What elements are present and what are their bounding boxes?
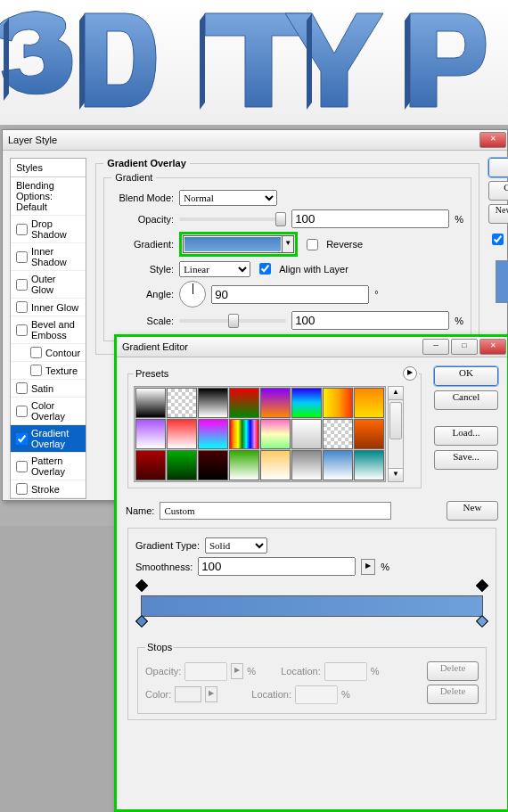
style-item-checkbox[interactable] bbox=[16, 324, 28, 336]
preset-swatch[interactable] bbox=[229, 419, 259, 449]
style-item-bevel-and-emboss[interactable]: Bevel and Emboss bbox=[11, 316, 86, 344]
opacity-input[interactable] bbox=[291, 209, 449, 228]
preset-swatch[interactable] bbox=[291, 419, 322, 449]
style-item-contour[interactable]: Contour bbox=[11, 344, 86, 362]
preset-swatch[interactable] bbox=[135, 419, 166, 449]
preset-swatch[interactable] bbox=[198, 450, 228, 480]
cancel-button[interactable]: Cancel bbox=[488, 181, 508, 201]
ok-button[interactable]: OK bbox=[488, 158, 508, 177]
preset-swatch[interactable] bbox=[198, 388, 228, 418]
style-item-checkbox[interactable] bbox=[16, 382, 28, 394]
preset-swatch[interactable] bbox=[167, 419, 197, 449]
style-item-texture[interactable]: Texture bbox=[11, 362, 86, 380]
scroll-down-icon[interactable]: ▼ bbox=[389, 468, 403, 481]
new-button[interactable]: New bbox=[447, 501, 498, 521]
style-item-checkbox[interactable] bbox=[16, 251, 28, 263]
preset-swatch[interactable] bbox=[198, 419, 228, 449]
style-item-checkbox[interactable] bbox=[16, 279, 28, 291]
gradient-editor-buttons: OK Cancel Load... Save... bbox=[434, 366, 498, 488]
style-item-inner-glow[interactable]: Inner Glow bbox=[11, 299, 86, 316]
preset-swatch[interactable] bbox=[135, 388, 166, 418]
minimize-icon[interactable]: ─ bbox=[422, 339, 449, 355]
style-item-checkbox[interactable] bbox=[16, 406, 28, 417]
style-item-color-overlay[interactable]: Color Overlay bbox=[11, 398, 86, 425]
scroll-up-icon[interactable]: ▲ bbox=[389, 387, 403, 400]
close-icon[interactable]: ✕ bbox=[479, 339, 506, 355]
gradient-bar[interactable] bbox=[135, 579, 488, 633]
color-stop-left[interactable] bbox=[137, 617, 146, 629]
preset-swatch[interactable] bbox=[229, 388, 259, 418]
scroll-thumb[interactable] bbox=[389, 402, 402, 439]
style-item-checkbox[interactable] bbox=[16, 433, 28, 445]
styles-header[interactable]: Styles bbox=[11, 159, 86, 177]
layer-style-titlebar[interactable]: Layer Style ✕ bbox=[3, 130, 507, 151]
style-item-gradient-overlay[interactable]: Gradient Overlay bbox=[11, 425, 86, 453]
blend-mode-select[interactable]: Normal bbox=[179, 190, 277, 206]
gradient-editor-dialog: Gradient Editor ─ □ ✕ Presets▶ ▲ ▼ bbox=[114, 334, 508, 812]
preview-checkbox[interactable] bbox=[492, 234, 504, 245]
new-style-button[interactable]: New Style... bbox=[488, 204, 508, 224]
chevron-right-icon: ▶ bbox=[231, 663, 243, 679]
style-item-checkbox[interactable] bbox=[16, 224, 28, 235]
close-icon[interactable]: ✕ bbox=[479, 132, 506, 148]
style-item-outer-glow[interactable]: Outer Glow bbox=[11, 271, 86, 299]
save-button[interactable]: Save... bbox=[434, 450, 498, 470]
style-item-checkbox[interactable] bbox=[30, 347, 42, 358]
opacity-stop-right[interactable] bbox=[478, 581, 487, 594]
reverse-checkbox[interactable] bbox=[307, 239, 318, 250]
gradient-editor-titlebar[interactable]: Gradient Editor ─ □ ✕ bbox=[117, 337, 507, 357]
opacity-slider[interactable] bbox=[179, 217, 286, 221]
ok-button[interactable]: OK bbox=[434, 366, 498, 386]
name-label: Name: bbox=[126, 505, 154, 516]
blending-options-row[interactable]: Blending Options: Default bbox=[11, 177, 86, 216]
stops-label: Stops bbox=[145, 642, 174, 652]
align-checkbox[interactable] bbox=[259, 263, 271, 275]
preset-swatch[interactable] bbox=[354, 388, 384, 418]
preset-swatch[interactable] bbox=[167, 388, 197, 418]
name-input[interactable] bbox=[160, 502, 391, 520]
maximize-icon[interactable]: □ bbox=[451, 339, 478, 355]
gradient-swatch[interactable] bbox=[183, 235, 283, 253]
preset-swatch[interactable] bbox=[323, 450, 353, 480]
angle-input[interactable] bbox=[211, 285, 369, 304]
gradient-dropdown-icon[interactable]: ▼ bbox=[283, 235, 294, 253]
preview-swatch bbox=[496, 260, 508, 303]
preset-swatch[interactable] bbox=[323, 419, 353, 449]
preset-swatch[interactable] bbox=[291, 388, 322, 418]
presets-menu-icon[interactable]: ▶ bbox=[403, 366, 417, 381]
smoothness-dropdown-icon[interactable]: ▶ bbox=[361, 559, 375, 575]
presets-scrollbar[interactable]: ▲ ▼ bbox=[388, 386, 404, 482]
color-stop-right[interactable] bbox=[478, 617, 487, 629]
scale-input[interactable] bbox=[291, 311, 449, 330]
preset-swatch[interactable] bbox=[229, 450, 259, 480]
gradient-type-select[interactable]: Solid bbox=[205, 537, 267, 554]
style-item-satin[interactable]: Satin bbox=[11, 380, 86, 398]
cancel-button[interactable]: Cancel bbox=[434, 390, 498, 410]
style-item-checkbox[interactable] bbox=[16, 301, 28, 313]
preset-swatch[interactable] bbox=[260, 419, 291, 449]
angle-dial[interactable] bbox=[179, 281, 206, 308]
preset-swatch[interactable] bbox=[354, 419, 384, 449]
stop-color-location-input bbox=[295, 685, 338, 704]
smoothness-input[interactable] bbox=[198, 557, 356, 576]
opacity-stop-left[interactable] bbox=[137, 581, 146, 594]
load-button[interactable]: Load... bbox=[434, 426, 498, 446]
style-item-checkbox[interactable] bbox=[16, 461, 28, 472]
background-3d-type bbox=[0, 0, 508, 125]
style-item-stroke[interactable]: Stroke bbox=[11, 480, 86, 498]
preset-swatch[interactable] bbox=[260, 450, 291, 480]
style-label: Style: bbox=[111, 264, 174, 275]
preset-swatch[interactable] bbox=[354, 450, 384, 480]
style-item-checkbox[interactable] bbox=[16, 483, 28, 495]
preset-swatch[interactable] bbox=[135, 450, 166, 480]
scale-slider[interactable] bbox=[179, 319, 286, 323]
style-item-checkbox[interactable] bbox=[30, 365, 42, 376]
preset-swatch[interactable] bbox=[260, 388, 291, 418]
style-item-drop-shadow[interactable]: Drop Shadow bbox=[11, 216, 86, 243]
preset-swatch[interactable] bbox=[291, 450, 322, 480]
preset-swatch[interactable] bbox=[167, 450, 197, 480]
preset-swatch[interactable] bbox=[323, 388, 353, 418]
style-item-inner-shadow[interactable]: Inner Shadow bbox=[11, 243, 86, 271]
style-select[interactable]: Linear bbox=[179, 261, 250, 277]
style-item-pattern-overlay[interactable]: Pattern Overlay bbox=[11, 453, 86, 480]
